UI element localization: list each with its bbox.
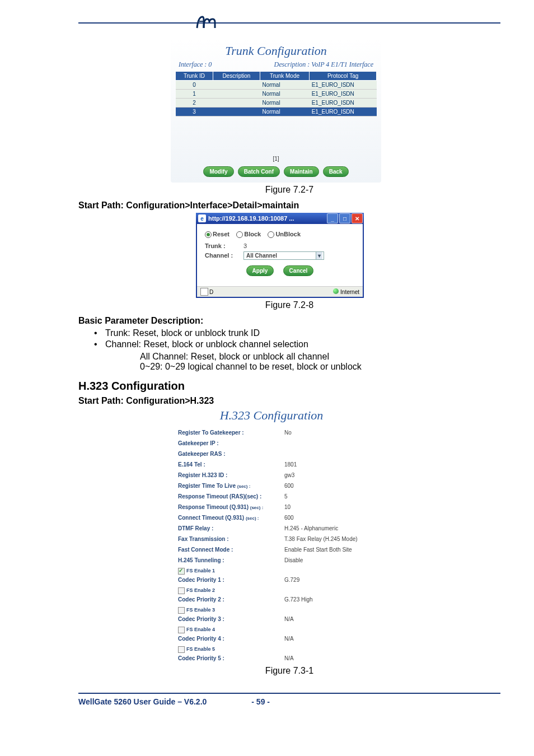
maintain-dialog: e http://192.168.19.180:10087 ... _ □ ✕ … <box>196 213 364 298</box>
footer-page-number: - 59 - <box>251 697 270 706</box>
figure-caption: Figure 7.2-8 <box>78 300 500 310</box>
interface-label: Interface : 0 <box>179 60 212 69</box>
maximize-button[interactable]: □ <box>339 213 350 223</box>
page-icon <box>200 288 208 296</box>
table-row[interactable]: 0 Normal E1_EURO_ISDN <box>176 81 377 90</box>
page-indicator: [1] <box>175 156 377 162</box>
channel-label: Channel : <box>205 252 242 259</box>
batch-conf-button[interactable]: Batch Conf <box>238 166 280 177</box>
close-button[interactable]: ✕ <box>352 213 363 223</box>
th-trunk-mode: Trunk Mode <box>260 72 309 81</box>
ie-icon: e <box>198 214 206 222</box>
bullet-channel: Channel: Reset, block or unblock channel… <box>105 339 308 349</box>
panel-title: H.323 Configuration <box>174 408 369 423</box>
table-row[interactable]: 2 Normal E1_EURO_ISDN <box>176 99 377 108</box>
basic-param-heading: Basic Parameter Description: <box>78 316 500 326</box>
globe-icon <box>333 288 339 294</box>
fs-enable-4-checkbox[interactable] <box>178 627 185 633</box>
minimize-button[interactable]: _ <box>327 213 338 223</box>
th-description: Description <box>213 72 260 81</box>
trunk-table: Trunk ID Description Trunk Mode Protocol… <box>175 71 377 116</box>
trunk-label: Trunk : <box>205 242 242 249</box>
footer-doc-title: WellGate 5260 User Guide – V6.2.0 <box>78 697 207 706</box>
modify-button[interactable]: Modify <box>203 166 233 177</box>
dialog-titlebar: e http://192.168.19.180:10087 ... _ □ ✕ <box>196 213 364 224</box>
th-protocol-tag: Protocol Tag <box>310 72 377 81</box>
bullet-sub1: All Channel: Reset, block or unblock all… <box>140 352 500 362</box>
table-row[interactable]: 1 Normal E1_EURO_ISDN <box>176 90 377 99</box>
bullet-sub2: 0~29: 0~29 logical channel to be reset, … <box>140 362 500 372</box>
h323-heading: H.323 Configuration <box>78 380 500 393</box>
trunk-config-panel: Trunk Configuration Interface : 0 Descri… <box>171 39 381 183</box>
block-radio[interactable] <box>236 231 243 238</box>
table-row[interactable]: 3 Normal E1_EURO_ISDN <box>176 108 377 116</box>
fs-enable-2-checkbox[interactable] <box>178 587 185 594</box>
h323-panel: H.323 Configuration Register To Gatekeep… <box>174 408 369 664</box>
fs-enable-5-checkbox[interactable] <box>178 646 185 653</box>
cancel-button[interactable]: Cancel <box>283 265 314 276</box>
dialog-title: http://192.168.19.180:10087 ... <box>208 215 294 222</box>
logo <box>196 15 500 29</box>
figure-caption: Figure 7.3-1 <box>78 666 500 676</box>
status-bar: D Internet <box>197 286 363 297</box>
start-path-heading: Start Path: Configuration>Interface>Deta… <box>78 200 500 211</box>
fs-enable-1-checkbox[interactable] <box>178 568 185 575</box>
figure-caption: Figure 7.2-7 <box>78 185 500 195</box>
channel-select[interactable]: All Channel <box>243 251 324 260</box>
maintain-button[interactable]: Maintain <box>284 166 319 177</box>
interface-desc: Description : VoIP 4 E1/T1 Interface <box>274 60 373 69</box>
apply-button[interactable]: Apply <box>246 265 274 276</box>
bullet-trunk: Trunk: Reset, block or unblock trunk ID <box>105 328 260 338</box>
trunk-value: 3 <box>243 242 247 249</box>
unblock-radio[interactable] <box>268 231 274 238</box>
back-button[interactable]: Back <box>323 166 349 177</box>
panel-title: Trunk Configuration <box>175 44 377 58</box>
fs-enable-3-checkbox[interactable] <box>178 607 185 614</box>
reset-radio[interactable] <box>205 231 212 238</box>
th-trunk-id: Trunk ID <box>176 72 213 81</box>
start-path-heading-2: Start Path: Configuration>H.323 <box>78 396 500 406</box>
